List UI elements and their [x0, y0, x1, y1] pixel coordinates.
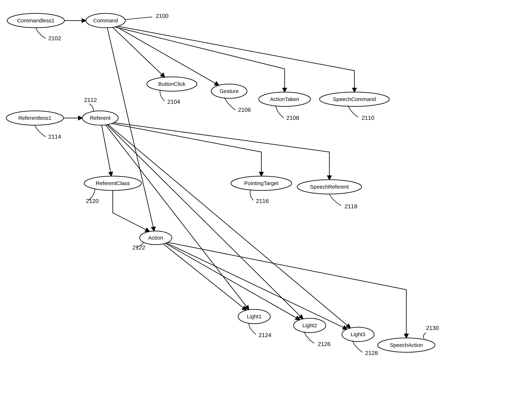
- node-pointingtarget: PointingTarget: [231, 176, 292, 190]
- edge-referent-to-light2: [107, 125, 303, 319]
- ref-leader-gesture: [225, 98, 235, 110]
- node-label-referent: Referent: [90, 115, 111, 121]
- ref-leader-pointingtarget: [250, 190, 253, 200]
- ref-leader-referent: [90, 104, 93, 112]
- edge-command-to-action: [107, 28, 154, 231]
- ref-leader-buttonclick: [160, 90, 165, 101]
- node-referentclass: ReferentClass: [84, 176, 141, 190]
- node-label-light3: Light3: [351, 331, 365, 337]
- node-label-speechreferent: SpeechReferent: [310, 184, 349, 190]
- node-speechcommand: SpeechCommand: [319, 92, 389, 106]
- ref-number-light3: 2128: [365, 350, 378, 356]
- edge-action-to-light1: [163, 244, 246, 310]
- ref-number-pointingtarget: 2116: [256, 198, 269, 204]
- ref-leader-light3: [353, 341, 363, 352]
- ref-number-referentclass: 2120: [86, 198, 99, 204]
- node-label-buttonclick: ButtonClick: [158, 81, 186, 87]
- ref-leader-speechaction: [423, 333, 426, 339]
- ref-leader-actiontaken: [276, 105, 284, 118]
- ref-number-actiontaken: 2108: [286, 115, 299, 121]
- node-referent: Referent: [82, 111, 118, 125]
- edge-action-to-light2: [165, 243, 300, 320]
- node-label-referentclass: ReferentClass: [96, 180, 130, 186]
- node-referentless1: Referentless1: [6, 111, 64, 125]
- ref-number-speechreferent: 2118: [345, 203, 357, 209]
- ref-number-referent: 2112: [84, 97, 97, 103]
- node-light1: Light1: [238, 309, 270, 324]
- ref-leader-speechcommand: [348, 105, 358, 117]
- edge-referent-to-speechreferent: [113, 122, 329, 180]
- node-label-light2: Light2: [302, 322, 317, 328]
- edge-referent-to-pointingtarget: [111, 123, 261, 176]
- edge-action-to-speechaction: [167, 242, 406, 338]
- node-buttonclick: ButtonClick: [147, 77, 197, 91]
- node-label-command: Command: [93, 17, 118, 23]
- node-speechreferent: SpeechReferent: [297, 180, 362, 194]
- ref-leader-light2: [304, 332, 314, 343]
- edge-referent-to-light1: [106, 125, 249, 310]
- node-label-gesture: Gesture: [220, 88, 239, 94]
- ref-leader-light1: [249, 324, 256, 334]
- edge-command-to-actiontaken: [115, 27, 285, 92]
- ref-number-buttonclick: 2104: [167, 99, 180, 105]
- ref-number-speechcommand: 2110: [362, 115, 374, 121]
- node-label-commandless1: Commandless1: [17, 17, 54, 23]
- node-action: Action: [140, 231, 172, 245]
- ref-number-gesture: 2106: [238, 107, 251, 113]
- node-light3: Light3: [342, 327, 374, 341]
- ref-number-referentless1: 2114: [48, 133, 61, 140]
- ref-number-commandless1: 2102: [48, 35, 61, 42]
- node-speechaction: SpeechAction: [378, 338, 435, 352]
- ref-leader-referentless1: [35, 125, 46, 137]
- node-label-referentless1: Referentless1: [18, 115, 51, 121]
- ref-leader-commandless1: [36, 28, 46, 38]
- edge-referent-to-referentclass: [102, 125, 112, 176]
- ref-number-speechaction: 2130: [426, 325, 439, 331]
- node-commandless1: Commandless1: [7, 13, 64, 28]
- edge-referent-to-light3: [108, 125, 351, 328]
- edge-command-to-buttonclick: [112, 27, 165, 77]
- bayesian-network-diagram: Commandless1CommandReferentless1Referent…: [0, 0, 532, 395]
- node-label-pointingtarget: PointingTarget: [244, 180, 279, 186]
- ref-leader-command: [125, 17, 152, 20]
- ref-number-light1: 2124: [259, 332, 271, 338]
- ref-number-command: 2100: [156, 13, 168, 19]
- edge-referentclass-to-action: [113, 190, 150, 231]
- node-label-speechaction: SpeechAction: [390, 342, 423, 348]
- node-gesture: Gesture: [211, 84, 247, 98]
- node-light2: Light2: [294, 318, 326, 333]
- ref-leader-speechreferent: [329, 194, 341, 206]
- node-label-speechcommand: SpeechCommand: [333, 96, 376, 102]
- node-command: Command: [86, 13, 125, 28]
- ref-number-light2: 2126: [318, 341, 330, 347]
- ref-number-action: 2122: [133, 244, 145, 251]
- node-label-actiontaken: ActionTaken: [270, 96, 299, 102]
- node-actiontaken: ActionTaken: [259, 92, 311, 106]
- node-label-action: Action: [148, 235, 163, 241]
- node-label-light1: Light1: [247, 313, 262, 319]
